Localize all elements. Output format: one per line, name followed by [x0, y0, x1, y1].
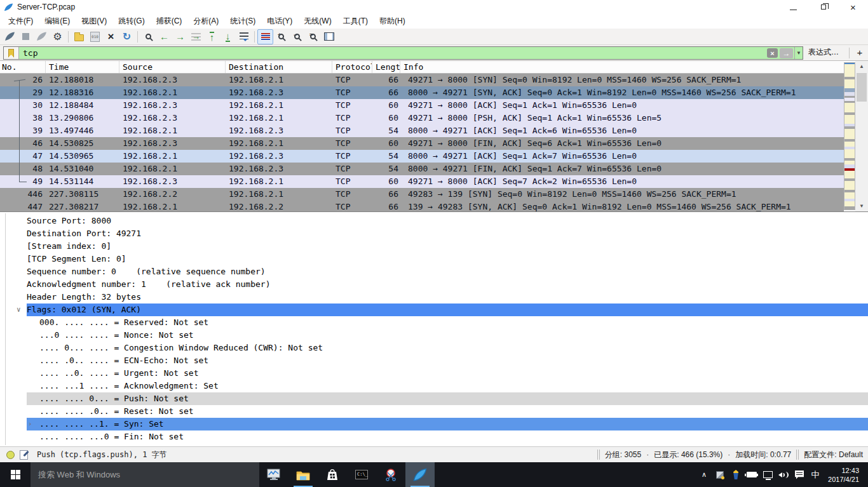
- security-tray-icon[interactable]: [730, 470, 742, 479]
- display-filter-field[interactable]: tcp × → ▼: [3, 46, 803, 60]
- push-flag-line[interactable]: .... .... 0... = Push: Not set: [27, 392, 868, 405]
- menu-item-11[interactable]: 帮助(H): [374, 14, 411, 29]
- menu-item-8[interactable]: 电话(Y): [261, 14, 298, 29]
- clear-filter-button[interactable]: ×: [767, 48, 778, 58]
- apply-filter-button[interactable]: →: [780, 48, 793, 58]
- find-packet-icon[interactable]: [140, 29, 156, 44]
- restore-button[interactable]: [808, 0, 838, 14]
- detail-line-11[interactable]: .... 0... .... = Congestion Window Reduc…: [27, 342, 868, 354]
- close-button[interactable]: ×: [838, 0, 868, 14]
- capture-restart-icon[interactable]: [34, 29, 50, 44]
- add-filter-button[interactable]: +: [854, 46, 865, 59]
- detail-line-13[interactable]: .... ..0. .... = Urgent: Not set: [27, 367, 868, 380]
- flags-line[interactable]: ∨Flags: 0x012 (SYN, ACK): [27, 304, 868, 316]
- column-header-source[interactable]: Source: [119, 61, 226, 73]
- menu-item-10[interactable]: 工具(T): [337, 14, 374, 29]
- filter-dropdown-button[interactable]: ▼: [794, 47, 803, 59]
- taskbar-cmd-button[interactable]: C:\_: [347, 462, 376, 487]
- menu-item-2[interactable]: 编辑(E): [39, 14, 76, 29]
- capture-start-icon[interactable]: [2, 29, 18, 44]
- resize-columns-icon[interactable]: [321, 29, 337, 44]
- detail-line-6[interactable]: Acknowledgment number: 1 (relative ack n…: [27, 278, 868, 291]
- action-center-icon[interactable]: [794, 470, 805, 479]
- capture-stop-icon[interactable]: [18, 29, 34, 44]
- open-file-icon[interactable]: [71, 29, 87, 44]
- packet-row-47[interactable]: 4714.530965192.168.2.1192.168.2.3TCP5480…: [0, 150, 844, 163]
- detail-line-10[interactable]: ...0 .... .... = Nonce: Not set: [27, 329, 868, 342]
- packet-row-26[interactable]: 2612.188018192.168.2.3192.168.2.1TCP6649…: [0, 74, 844, 86]
- expert-info-icon[interactable]: [6, 451, 15, 459]
- network-tray-icon[interactable]: [762, 471, 773, 478]
- packet-row-447[interactable]: 447227.308217192.168.2.1192.168.2.2TCP66…: [0, 201, 844, 211]
- zoom-reset-icon[interactable]: =: [305, 29, 321, 44]
- taskbar-search-box[interactable]: 搜索 Web 和 Windows: [31, 462, 259, 487]
- menu-item-1[interactable]: 文件(F): [3, 14, 39, 29]
- detail-line-14[interactable]: .... ...1 .... = Acknowledgment: Set: [27, 380, 868, 392]
- column-header-protocol[interactable]: Protocol: [332, 61, 372, 73]
- colorize-icon[interactable]: [257, 29, 273, 44]
- packet-list-scrollbar[interactable]: ▲ ▼: [855, 61, 868, 211]
- column-header-info[interactable]: Info: [400, 61, 844, 73]
- menu-item-4[interactable]: 跳转(G): [112, 14, 150, 29]
- packet-row-39[interactable]: 3913.497446192.168.2.1192.168.2.3TCP5480…: [0, 124, 844, 137]
- close-file-icon[interactable]: ×: [103, 29, 119, 44]
- column-header-destination[interactable]: Destination: [226, 61, 332, 73]
- menu-item-5[interactable]: 捕获(C): [151, 14, 188, 29]
- column-header-no[interactable]: No.: [0, 61, 46, 73]
- zoom-out-icon[interactable]: −: [289, 29, 305, 44]
- packet-row-30[interactable]: 3012.188484192.168.2.3192.168.2.1TCP6049…: [0, 99, 844, 112]
- menu-item-7[interactable]: 统计(S): [224, 14, 261, 29]
- filter-bookmark-button[interactable]: [4, 47, 19, 59]
- ime-indicator[interactable]: 中: [810, 469, 821, 481]
- taskbar-explorer-button[interactable]: [288, 462, 318, 487]
- taskbar-performance-monitor-button[interactable]: [259, 462, 288, 487]
- scroll-up-icon[interactable]: ▲: [855, 61, 868, 72]
- scroll-down-icon[interactable]: ▼: [855, 201, 868, 211]
- packet-row-446[interactable]: 446227.308115192.168.2.2192.168.2.1TCP66…: [0, 188, 844, 201]
- packet-row-49[interactable]: 4914.531144192.168.2.3192.168.2.1TCP6049…: [0, 175, 844, 188]
- detail-line-12[interactable]: .... .0.. .... = ECN-Echo: Not set: [27, 354, 868, 367]
- expression-button[interactable]: 表达式…: [808, 47, 839, 58]
- detail-line-1[interactable]: Source Port: 8000: [27, 215, 868, 227]
- menu-item-9[interactable]: 无线(W): [298, 14, 337, 29]
- zoom-in-icon[interactable]: +: [273, 29, 289, 44]
- intelligent-scrollbar-minimap[interactable]: [844, 62, 855, 210]
- battery-tray-icon[interactable]: [746, 472, 757, 477]
- go-bottom-icon[interactable]: ↓: [220, 29, 236, 44]
- profile-selector[interactable]: 配置文件: Default: [804, 450, 863, 460]
- taskbar-sniffer-button[interactable]: [376, 462, 405, 487]
- expander-icon[interactable]: ›: [28, 418, 32, 430]
- packet-row-38[interactable]: 3813.290806192.168.2.3192.168.2.1TCP6049…: [0, 112, 844, 124]
- go-top-icon[interactable]: ↑: [204, 29, 220, 44]
- detail-line-3[interactable]: [Stream index: 0]: [27, 240, 868, 253]
- save-file-icon[interactable]: 010: [87, 29, 103, 44]
- packet-row-48[interactable]: 4814.531040192.168.2.1192.168.2.3TCP5480…: [0, 163, 844, 175]
- capture-options-icon[interactable]: ⚙: [50, 29, 65, 44]
- menu-item-3[interactable]: 视图(V): [76, 14, 112, 29]
- start-button[interactable]: [0, 462, 31, 487]
- minimize-button[interactable]: [778, 0, 808, 14]
- go-to-packet-icon[interactable]: →: [188, 29, 204, 44]
- expander-icon[interactable]: ∨: [17, 304, 21, 316]
- detail-line-2[interactable]: Destination Port: 49271: [27, 227, 868, 240]
- capture-comment-icon[interactable]: [20, 450, 28, 460]
- detail-line-16[interactable]: .... .... .0.. = Reset: Not set: [27, 405, 868, 418]
- taskbar-clock[interactable]: 12:43 2017/4/21: [825, 466, 864, 484]
- syn-flag-line[interactable]: ›.... .... ..1. = Syn: Set: [27, 418, 868, 430]
- scrollbar-thumb[interactable]: [857, 73, 867, 102]
- tray-chevron-icon[interactable]: ∧: [698, 470, 710, 479]
- detail-line-9[interactable]: 000. .... .... = Reserved: Not set: [27, 316, 868, 329]
- vmware-tray-icon[interactable]: [714, 471, 726, 479]
- taskbar-store-button[interactable]: [318, 462, 347, 487]
- detail-line-5[interactable]: Sequence number: 0 (relative sequence nu…: [27, 265, 868, 278]
- column-header-time[interactable]: Time: [46, 61, 119, 73]
- packet-row-46[interactable]: 4614.530825192.168.2.3192.168.2.1TCP6049…: [0, 137, 844, 150]
- menu-item-6[interactable]: 分析(A): [187, 14, 224, 29]
- reload-icon[interactable]: ↻: [119, 29, 135, 44]
- detail-line-18[interactable]: .... .... ...0 = Fin: Not set: [27, 430, 868, 443]
- go-forward-icon[interactable]: →: [172, 29, 188, 44]
- column-header-length[interactable]: Length: [372, 61, 400, 73]
- detail-line-4[interactable]: [TCP Segment Len: 0]: [27, 253, 868, 265]
- filter-input[interactable]: tcp: [19, 48, 767, 58]
- go-back-icon[interactable]: ←: [156, 29, 172, 44]
